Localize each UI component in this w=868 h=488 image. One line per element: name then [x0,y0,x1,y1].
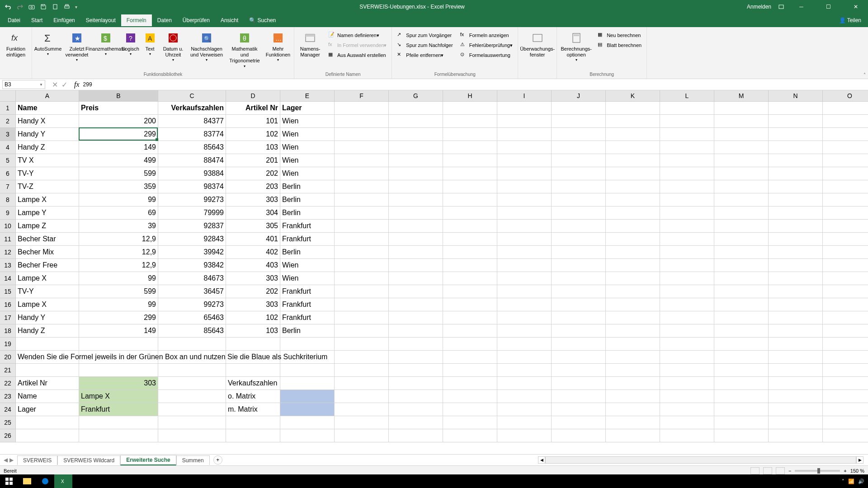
cell[interactable] [335,220,389,233]
cell[interactable] [823,206,868,220]
cell[interactable]: Wien [280,259,335,272]
cell[interactable] [769,154,823,167]
cell[interactable] [552,233,606,246]
prev-sheet-icon[interactable]: ◀ [4,457,8,463]
cell[interactable]: 85643 [158,324,226,338]
cell[interactable] [660,324,714,338]
column-header-H[interactable]: H [443,90,497,102]
cell[interactable] [389,259,443,272]
cell[interactable] [714,154,769,167]
cell[interactable]: Lampe X [16,272,79,285]
page-break-button[interactable] [776,467,785,474]
cell[interactable] [714,180,769,193]
column-header-D[interactable]: D [226,90,280,102]
trace-dependents-button[interactable]: ↘Spur zum Nachfolger [395,41,454,50]
cell[interactable] [660,403,714,416]
logical-button[interactable]: ?Logisch▾ [121,30,140,57]
remove-arrows-button[interactable]: ✕Pfeile entfernen ▾ [395,51,454,60]
cell[interactable] [389,338,443,351]
cell[interactable] [714,416,769,429]
cell[interactable] [335,128,389,141]
cell[interactable]: Frankfurt [280,298,335,311]
cell[interactable] [606,311,660,324]
cell[interactable] [660,390,714,403]
cell[interactable]: 99273 [158,298,226,311]
cell[interactable] [552,338,606,351]
cell[interactable] [769,351,823,364]
cell[interactable] [606,167,660,180]
cell[interactable] [158,403,226,416]
cell[interactable] [389,180,443,193]
cell[interactable] [389,403,443,416]
camera-icon[interactable] [28,3,35,10]
sheet-tab-summen[interactable]: Summen [176,455,210,465]
cell[interactable] [497,377,552,390]
cell[interactable] [497,115,552,128]
cell[interactable] [823,429,868,442]
cell[interactable] [497,141,552,154]
cell[interactable] [335,416,389,429]
sheet-tab-erweiterte[interactable]: Erweiterte Suche [120,455,176,465]
search-button[interactable]: 🔍 Suchen [244,14,281,26]
column-header-K[interactable]: K [606,90,660,102]
cell[interactable] [714,233,769,246]
cell[interactable] [714,364,769,377]
cell[interactable]: Handy Y [16,311,79,324]
cell[interactable] [606,364,660,377]
cell[interactable] [443,220,497,233]
error-checking-button[interactable]: ⚠Fehlerüberprüfung ▾ [458,41,515,50]
cell[interactable] [714,298,769,311]
cell[interactable]: Frankfurt [79,403,158,416]
collapse-ribbon-icon[interactable]: ˄ [863,72,866,77]
cell[interactable] [79,338,158,351]
cell[interactable]: 305 [226,220,280,233]
cell[interactable] [158,429,226,442]
cell[interactable]: Frankfurt [280,220,335,233]
cell[interactable] [226,338,280,351]
cell[interactable]: Wien [280,167,335,180]
cell[interactable] [389,154,443,167]
cell[interactable]: 83774 [158,128,226,141]
cell[interactable] [606,338,660,351]
row-header-10[interactable]: 10 [0,220,16,233]
row-header-1[interactable]: 1 [0,102,16,115]
cell[interactable]: TV-Z [16,180,79,193]
cell[interactable]: Lampe Y [16,206,79,220]
cell[interactable] [335,364,389,377]
cell[interactable]: Name [16,102,79,115]
cell[interactable] [660,167,714,180]
zoom-slider[interactable] [795,470,840,472]
evaluate-formula-button[interactable]: ⊙Formelauswertung [458,51,515,60]
cell[interactable] [280,403,335,416]
explorer-icon[interactable] [18,474,36,488]
cell[interactable] [389,206,443,220]
cell[interactable] [79,416,158,429]
tray-chevron-icon[interactable]: ˄ [842,479,844,484]
cell[interactable] [660,233,714,246]
cell[interactable] [226,416,280,429]
cell[interactable] [389,285,443,298]
cell[interactable] [158,390,226,403]
cell[interactable] [714,220,769,233]
cell[interactable] [606,377,660,390]
cell[interactable] [335,154,389,167]
cell[interactable]: 85643 [158,141,226,154]
cell[interactable] [660,364,714,377]
cell[interactable]: 93842 [158,259,226,272]
cell[interactable]: 99 [79,272,158,285]
cell[interactable] [389,246,443,259]
cell[interactable]: 299 [79,311,158,324]
cell[interactable]: TV-Y [16,285,79,298]
cell[interactable] [158,377,226,390]
cell[interactable]: 403 [226,259,280,272]
cell[interactable] [660,416,714,429]
cell[interactable]: 12,9 [79,233,158,246]
cell[interactable] [606,141,660,154]
calculate-now-button[interactable]: ▦Neu berechnen [596,31,643,40]
normal-view-button[interactable] [750,467,760,474]
tab-seitenlayout[interactable]: Seitenlayout [80,14,121,26]
minimize-button[interactable]: ─ [791,0,811,14]
cell[interactable] [823,416,868,429]
cell[interactable] [552,259,606,272]
cell[interactable]: 303 [226,298,280,311]
